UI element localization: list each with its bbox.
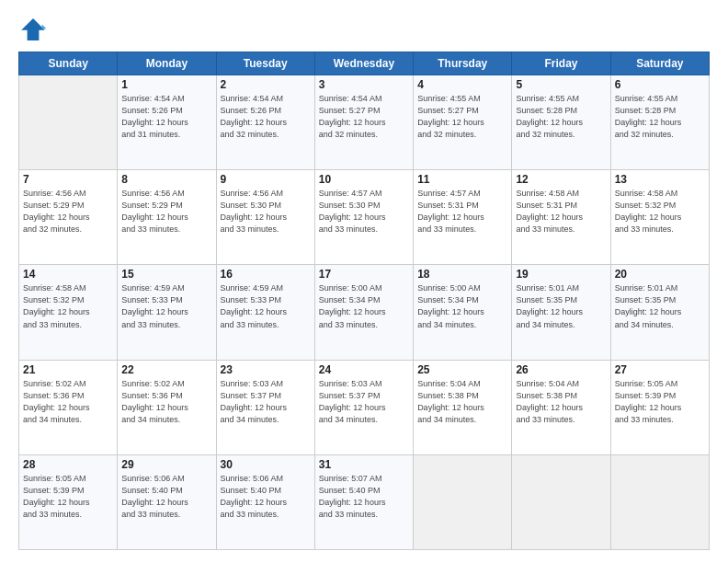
weekday-header-tuesday: Tuesday	[216, 52, 314, 75]
calendar-cell: 11Sunrise: 4:57 AM Sunset: 5:31 PM Dayli…	[414, 170, 512, 265]
day-info: Sunrise: 4:59 AM Sunset: 5:33 PM Dayligh…	[121, 282, 211, 330]
day-info: Sunrise: 4:56 AM Sunset: 5:30 PM Dayligh…	[221, 188, 311, 236]
day-number: 29	[121, 458, 211, 471]
day-info: Sunrise: 4:54 AM Sunset: 5:26 PM Dayligh…	[221, 93, 311, 141]
weekday-header-thursday: Thursday	[414, 52, 512, 75]
week-row-1: 1Sunrise: 4:54 AM Sunset: 5:26 PM Daylig…	[19, 75, 710, 170]
day-info: Sunrise: 5:00 AM Sunset: 5:34 PM Dayligh…	[417, 282, 507, 330]
calendar-cell	[414, 454, 512, 549]
day-info: Sunrise: 5:02 AM Sunset: 5:36 PM Dayligh…	[23, 378, 113, 426]
day-info: Sunrise: 5:04 AM Sunset: 5:38 PM Dayligh…	[417, 378, 507, 426]
calendar-cell: 7Sunrise: 4:56 AM Sunset: 5:29 PM Daylig…	[19, 170, 118, 265]
day-number: 11	[417, 173, 507, 186]
calendar-cell: 22Sunrise: 5:02 AM Sunset: 5:36 PM Dayli…	[118, 360, 216, 454]
day-number: 24	[319, 363, 409, 376]
day-info: Sunrise: 5:01 AM Sunset: 5:35 PM Dayligh…	[615, 282, 705, 330]
calendar-cell: 14Sunrise: 4:58 AM Sunset: 5:32 PM Dayli…	[19, 265, 118, 360]
day-number: 13	[615, 173, 705, 186]
calendar-cell: 1Sunrise: 4:54 AM Sunset: 5:26 PM Daylig…	[118, 75, 216, 170]
day-info: Sunrise: 4:54 AM Sunset: 5:27 PM Dayligh…	[319, 93, 409, 141]
calendar-cell: 4Sunrise: 4:55 AM Sunset: 5:27 PM Daylig…	[414, 75, 512, 170]
day-info: Sunrise: 5:05 AM Sunset: 5:39 PM Dayligh…	[615, 378, 705, 426]
day-info: Sunrise: 5:05 AM Sunset: 5:39 PM Dayligh…	[23, 473, 113, 521]
day-number: 19	[516, 268, 606, 281]
svg-marker-0	[21, 18, 45, 40]
day-number: 6	[615, 78, 705, 91]
day-number: 1	[121, 78, 211, 91]
weekday-header-saturday: Saturday	[610, 52, 709, 75]
calendar-cell: 8Sunrise: 4:56 AM Sunset: 5:29 PM Daylig…	[118, 170, 216, 265]
calendar-cell	[512, 454, 610, 549]
day-info: Sunrise: 4:55 AM Sunset: 5:27 PM Dayligh…	[417, 93, 507, 141]
calendar-cell: 27Sunrise: 5:05 AM Sunset: 5:39 PM Dayli…	[610, 360, 709, 454]
calendar-cell: 5Sunrise: 4:55 AM Sunset: 5:28 PM Daylig…	[512, 75, 610, 170]
day-number: 28	[23, 458, 113, 471]
day-info: Sunrise: 5:06 AM Sunset: 5:40 PM Dayligh…	[121, 473, 211, 521]
weekday-header-sunday: Sunday	[19, 52, 118, 75]
calendar-table: SundayMondayTuesdayWednesdayThursdayFrid…	[18, 52, 710, 550]
logo-icon	[18, 17, 48, 42]
day-number: 31	[319, 458, 409, 471]
calendar-cell: 15Sunrise: 4:59 AM Sunset: 5:33 PM Dayli…	[118, 265, 216, 360]
day-info: Sunrise: 4:58 AM Sunset: 5:32 PM Dayligh…	[23, 282, 113, 330]
calendar-cell: 12Sunrise: 4:58 AM Sunset: 5:31 PM Dayli…	[512, 170, 610, 265]
day-number: 30	[221, 458, 311, 471]
day-number: 8	[121, 173, 211, 186]
calendar-cell: 30Sunrise: 5:06 AM Sunset: 5:40 PM Dayli…	[216, 454, 314, 549]
calendar-cell: 20Sunrise: 5:01 AM Sunset: 5:35 PM Dayli…	[610, 265, 709, 360]
day-info: Sunrise: 5:03 AM Sunset: 5:37 PM Dayligh…	[319, 378, 409, 426]
calendar-cell: 21Sunrise: 5:02 AM Sunset: 5:36 PM Dayli…	[19, 360, 118, 454]
day-info: Sunrise: 5:02 AM Sunset: 5:36 PM Dayligh…	[121, 378, 211, 426]
day-info: Sunrise: 4:57 AM Sunset: 5:30 PM Dayligh…	[319, 188, 409, 236]
day-number: 3	[319, 78, 409, 91]
calendar-cell: 13Sunrise: 4:58 AM Sunset: 5:32 PM Dayli…	[610, 170, 709, 265]
day-info: Sunrise: 4:59 AM Sunset: 5:33 PM Dayligh…	[221, 282, 311, 330]
day-number: 2	[221, 78, 311, 91]
page: SundayMondayTuesdayWednesdayThursdayFrid…	[0, 0, 728, 563]
day-number: 25	[417, 363, 507, 376]
week-row-5: 28Sunrise: 5:05 AM Sunset: 5:39 PM Dayli…	[19, 454, 710, 549]
day-number: 23	[221, 363, 311, 376]
weekday-header-friday: Friday	[512, 52, 610, 75]
day-info: Sunrise: 5:07 AM Sunset: 5:40 PM Dayligh…	[319, 473, 409, 521]
day-number: 21	[23, 363, 113, 376]
day-number: 20	[615, 268, 705, 281]
calendar-cell: 28Sunrise: 5:05 AM Sunset: 5:39 PM Dayli…	[19, 454, 118, 549]
day-number: 15	[121, 268, 211, 281]
day-number: 4	[417, 78, 507, 91]
day-number: 16	[221, 268, 311, 281]
weekday-header-monday: Monday	[118, 52, 216, 75]
week-row-3: 14Sunrise: 4:58 AM Sunset: 5:32 PM Dayli…	[19, 265, 710, 360]
day-info: Sunrise: 4:58 AM Sunset: 5:31 PM Dayligh…	[516, 188, 606, 236]
calendar-cell: 6Sunrise: 4:55 AM Sunset: 5:28 PM Daylig…	[610, 75, 709, 170]
day-info: Sunrise: 4:55 AM Sunset: 5:28 PM Dayligh…	[615, 93, 705, 141]
calendar-cell: 31Sunrise: 5:07 AM Sunset: 5:40 PM Dayli…	[314, 454, 413, 549]
day-number: 17	[319, 268, 409, 281]
day-info: Sunrise: 4:58 AM Sunset: 5:32 PM Dayligh…	[615, 188, 705, 236]
day-number: 5	[516, 78, 606, 91]
day-number: 14	[23, 268, 113, 281]
day-number: 22	[121, 363, 211, 376]
calendar-cell	[19, 75, 118, 170]
day-info: Sunrise: 4:56 AM Sunset: 5:29 PM Dayligh…	[121, 188, 211, 236]
calendar-cell: 16Sunrise: 4:59 AM Sunset: 5:33 PM Dayli…	[216, 265, 314, 360]
day-info: Sunrise: 4:54 AM Sunset: 5:26 PM Dayligh…	[121, 93, 211, 141]
calendar-cell: 26Sunrise: 5:04 AM Sunset: 5:38 PM Dayli…	[512, 360, 610, 454]
logo	[18, 17, 53, 42]
day-info: Sunrise: 4:56 AM Sunset: 5:29 PM Dayligh…	[23, 188, 113, 236]
weekday-header-row: SundayMondayTuesdayWednesdayThursdayFrid…	[19, 52, 710, 75]
day-number: 26	[516, 363, 606, 376]
week-row-4: 21Sunrise: 5:02 AM Sunset: 5:36 PM Dayli…	[19, 360, 710, 454]
calendar-cell: 18Sunrise: 5:00 AM Sunset: 5:34 PM Dayli…	[414, 265, 512, 360]
calendar-cell: 29Sunrise: 5:06 AM Sunset: 5:40 PM Dayli…	[118, 454, 216, 549]
calendar-cell: 9Sunrise: 4:56 AM Sunset: 5:30 PM Daylig…	[216, 170, 314, 265]
calendar-cell: 17Sunrise: 5:00 AM Sunset: 5:34 PM Dayli…	[314, 265, 413, 360]
day-number: 7	[23, 173, 113, 186]
header	[18, 17, 710, 42]
day-info: Sunrise: 5:01 AM Sunset: 5:35 PM Dayligh…	[516, 282, 606, 330]
day-info: Sunrise: 5:04 AM Sunset: 5:38 PM Dayligh…	[516, 378, 606, 426]
calendar-cell: 24Sunrise: 5:03 AM Sunset: 5:37 PM Dayli…	[314, 360, 413, 454]
day-info: Sunrise: 5:06 AM Sunset: 5:40 PM Dayligh…	[221, 473, 311, 521]
calendar-cell: 3Sunrise: 4:54 AM Sunset: 5:27 PM Daylig…	[314, 75, 413, 170]
calendar-cell: 23Sunrise: 5:03 AM Sunset: 5:37 PM Dayli…	[216, 360, 314, 454]
